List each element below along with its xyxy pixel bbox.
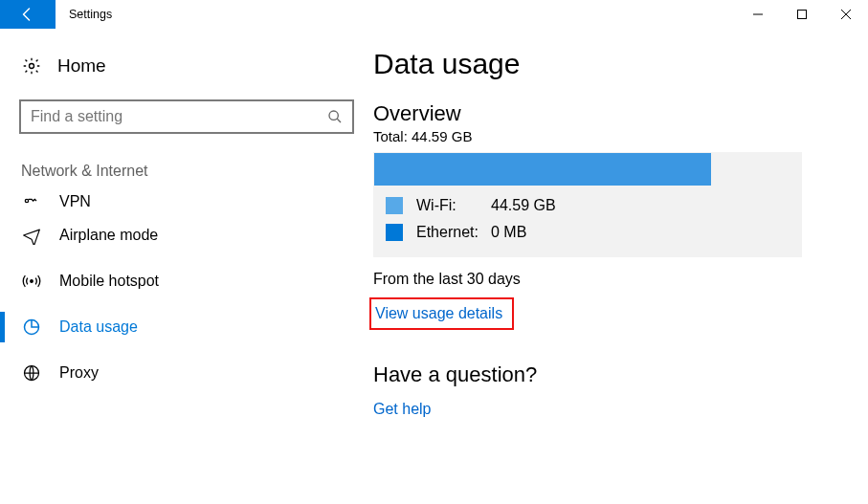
usage-chart: Wi-Fi:44.59 GBEthernet:0 MB xyxy=(373,152,802,257)
sidebar-item-proxy[interactable]: Proxy xyxy=(0,350,354,396)
svg-rect-0 xyxy=(798,11,807,19)
legend-row: Wi-Fi:44.59 GB xyxy=(386,197,801,214)
get-help-link[interactable]: Get help xyxy=(373,401,431,417)
sidebar-item-label: Proxy xyxy=(59,364,99,382)
sidebar-item-label: VPN xyxy=(59,193,91,210)
home-button[interactable]: Home xyxy=(19,48,354,99)
data-usage-icon xyxy=(21,318,42,337)
legend-value: 0 MB xyxy=(491,224,526,241)
svg-point-3 xyxy=(25,199,28,202)
legend-value: 44.59 GB xyxy=(491,197,556,214)
legend-swatch xyxy=(386,197,403,214)
sidebar: Home Network & Internet VPN Airplane mod… xyxy=(0,29,373,504)
sidebar-item-data-usage[interactable]: Data usage xyxy=(0,304,354,350)
maximize-button[interactable] xyxy=(780,0,824,29)
gear-icon xyxy=(21,56,42,76)
window-controls xyxy=(736,0,868,29)
highlight-box: View usage details xyxy=(369,297,514,330)
close-button[interactable] xyxy=(824,0,868,29)
chart-bar-fill xyxy=(374,153,711,186)
nav-list: VPN Airplane mode Mobile hotspot Data us… xyxy=(0,189,354,396)
search-input[interactable] xyxy=(31,108,327,125)
vpn-icon xyxy=(21,191,42,210)
minimize-button[interactable] xyxy=(736,0,780,29)
chart-bar xyxy=(374,153,801,186)
svg-point-1 xyxy=(30,64,34,69)
legend-label: Wi-Fi: xyxy=(416,197,491,214)
home-label: Home xyxy=(57,55,106,77)
main-panel: Data usage Overview Total: 44.59 GB Wi-F… xyxy=(373,29,868,504)
globe-icon xyxy=(21,363,42,383)
overview-heading: Overview xyxy=(373,101,839,126)
sidebar-item-label: Airplane mode xyxy=(59,227,158,244)
search-box[interactable] xyxy=(19,99,354,134)
view-usage-details-link[interactable]: View usage details xyxy=(375,305,502,321)
svg-point-2 xyxy=(329,111,338,120)
category-heading: Network & Internet xyxy=(21,163,354,180)
sidebar-item-vpn[interactable]: VPN xyxy=(0,189,354,212)
minimize-icon xyxy=(753,10,763,19)
legend-row: Ethernet:0 MB xyxy=(386,224,801,241)
window-title: Settings xyxy=(56,0,125,29)
question-heading: Have a question? xyxy=(373,362,839,387)
sidebar-item-label: Data usage xyxy=(59,318,138,336)
sidebar-item-airplane-mode[interactable]: Airplane mode xyxy=(0,212,354,258)
chart-legend: Wi-Fi:44.59 GBEthernet:0 MB xyxy=(374,195,801,256)
page-title: Data usage xyxy=(373,48,839,80)
maximize-icon xyxy=(797,10,807,19)
total-label: Total: 44.59 GB xyxy=(373,128,839,144)
arrow-left-icon xyxy=(19,6,36,23)
period-label: From the last 30 days xyxy=(373,271,839,288)
legend-label: Ethernet: xyxy=(416,224,491,241)
sidebar-item-label: Mobile hotspot xyxy=(59,273,159,290)
airplane-icon xyxy=(21,226,42,245)
title-bar: Settings xyxy=(0,0,868,29)
legend-swatch xyxy=(386,224,403,241)
hotspot-icon xyxy=(21,272,42,291)
close-icon xyxy=(841,10,851,19)
back-button[interactable] xyxy=(0,0,56,29)
sidebar-item-mobile-hotspot[interactable]: Mobile hotspot xyxy=(0,258,354,304)
svg-point-4 xyxy=(31,280,33,283)
search-icon xyxy=(327,109,343,124)
